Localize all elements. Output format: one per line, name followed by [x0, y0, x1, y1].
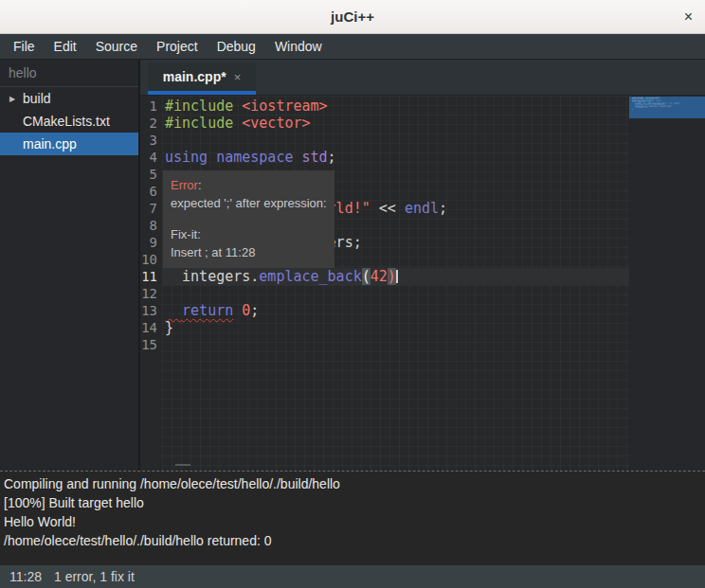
- title-bar[interactable]: juCi++ ×: [0, 0, 705, 34]
- code-line[interactable]: [162, 285, 629, 302]
- output-panel[interactable]: Compiling and running /home/olece/test/h…: [0, 471, 705, 565]
- sidebar-item-build[interactable]: ▶build: [0, 87, 138, 110]
- code-token: endl: [405, 200, 439, 217]
- code-token: <iostream>: [242, 98, 327, 115]
- tooltip-fixit-label: Fix-it:: [171, 225, 327, 243]
- menu-item-debug[interactable]: Debug: [208, 35, 265, 58]
- error-colon: :: [198, 178, 202, 192]
- line-number: 4: [140, 149, 162, 166]
- code-token: ;: [328, 149, 336, 166]
- text-cursor: [396, 270, 398, 283]
- tooltip-error-row: Error:: [171, 176, 327, 194]
- code-token: [233, 98, 242, 115]
- expander-icon[interactable]: ▶: [9, 95, 23, 103]
- code-token: return: [182, 302, 233, 319]
- code-line[interactable]: [162, 336, 629, 353]
- code-token: #include: [165, 115, 233, 132]
- menu-item-window[interactable]: Window: [265, 35, 332, 58]
- menu-item-file[interactable]: File: [4, 35, 45, 58]
- code-line[interactable]: }: [162, 319, 629, 336]
- code-token: [165, 302, 182, 319]
- output-line: Hello World!: [4, 512, 705, 531]
- code-token: #include: [165, 98, 233, 115]
- tooltip-message: expected ';' after expression:: [171, 194, 327, 212]
- file-label: main.cpp: [23, 136, 77, 151]
- line-number: 10: [140, 251, 162, 268]
- output-line: Compiling and running /home/olece/test/h…: [4, 474, 705, 493]
- sidebar: hello ▶buildCMakeLists.txtmain.cpp: [0, 60, 138, 471]
- line-number: 8: [140, 217, 162, 234]
- code-line[interactable]: integers.emplace_back(42): [162, 268, 629, 285]
- code-token: ): [388, 268, 396, 285]
- code-token: 42: [371, 268, 388, 285]
- code-token: [208, 149, 216, 166]
- sidebar-item-main-cpp[interactable]: main.cpp: [0, 133, 138, 155]
- code-line[interactable]: using namespace std;: [162, 149, 629, 166]
- cursor-position: 11:28: [9, 569, 42, 584]
- code-token: <<: [371, 200, 405, 217]
- error-label: Error: [171, 178, 198, 192]
- window-close-icon[interactable]: ×: [684, 9, 693, 25]
- editor-region: main.cpp* × 123456789101112131415 #inclu…: [140, 60, 705, 471]
- line-number-gutter: 123456789101112131415: [140, 96, 162, 471]
- status-bar: 11:28 1 error, 1 fix it: [0, 565, 705, 588]
- code-token: integers.: [165, 268, 259, 285]
- code-token: emplace_back: [259, 268, 361, 285]
- menu-bar: FileEditSourceProjectDebugWindow: [0, 34, 705, 59]
- code-token: ;: [439, 200, 447, 217]
- code-line[interactable]: #include <iostream>: [162, 98, 629, 115]
- code-token: std: [302, 149, 328, 166]
- tab-main-cpp[interactable]: main.cpp* ×: [148, 62, 256, 95]
- line-number: 9: [140, 234, 162, 251]
- menu-item-source[interactable]: Source: [86, 35, 147, 58]
- code-line[interactable]: [162, 132, 629, 149]
- code-token: }: [165, 319, 173, 336]
- tab-close-icon[interactable]: ×: [234, 70, 242, 84]
- code-text-area[interactable]: #include <iostream>#include <vector>usin…: [162, 96, 629, 471]
- code-token: <vector>: [242, 115, 310, 132]
- minimap[interactable]: #include <iostream>#include <vector>usin…: [629, 96, 705, 471]
- line-number: 1: [140, 98, 162, 115]
- code-token: 0: [242, 302, 250, 319]
- line-number: 11: [140, 268, 162, 285]
- menu-item-edit[interactable]: Edit: [45, 35, 86, 58]
- code-token: ;: [250, 302, 259, 319]
- line-number: 5: [140, 166, 162, 183]
- line-number: 3: [140, 132, 162, 149]
- file-tree: ▶buildCMakeLists.txtmain.cpp: [0, 87, 138, 155]
- diagnostic-tooltip: Error: expected ';' after expression: Fi…: [163, 170, 334, 268]
- code-token: [233, 302, 242, 319]
- line-number: 2: [140, 115, 162, 132]
- line-number: 15: [140, 336, 162, 353]
- minimap-viewport[interactable]: #include <iostream>#include <vector>usin…: [629, 97, 705, 118]
- code-line[interactable]: #include <vector>: [162, 115, 629, 132]
- file-label: build: [23, 91, 51, 106]
- main-area: hello ▶buildCMakeLists.txtmain.cpp main.…: [0, 59, 705, 471]
- menu-item-project[interactable]: Project: [147, 35, 208, 58]
- diagnostics-status[interactable]: 1 error, 1 fix it: [54, 569, 135, 584]
- output-line: /home/olece/test/hello/./build/hello ret…: [4, 531, 705, 550]
- code-editor[interactable]: 123456789101112131415 #include <iostream…: [140, 96, 705, 471]
- code-token: [233, 115, 242, 132]
- file-label: CMakeLists.txt: [23, 114, 110, 129]
- sidebar-item-cmakelists-txt[interactable]: CMakeLists.txt: [0, 110, 138, 133]
- output-line: [100%] Built target hello: [4, 493, 705, 512]
- line-number: 14: [140, 319, 162, 336]
- code-token: namespace: [216, 149, 293, 166]
- code-token: [293, 149, 301, 166]
- line-number: 13: [140, 302, 162, 319]
- code-token: (: [362, 268, 371, 285]
- window-title: juCi++: [331, 9, 374, 25]
- tab-label: main.cpp*: [163, 69, 226, 84]
- project-name: hello: [0, 60, 138, 87]
- code-line[interactable]: return 0;: [162, 302, 629, 319]
- code-token: using: [165, 149, 208, 166]
- tab-bar: main.cpp* ×: [140, 60, 705, 96]
- pane-resize-handle[interactable]: [175, 464, 190, 466]
- line-number: 6: [140, 183, 162, 200]
- tooltip-fixit-text: Insert ; at 11:28: [171, 243, 327, 261]
- line-number: 7: [140, 200, 162, 217]
- line-number: 12: [140, 285, 162, 302]
